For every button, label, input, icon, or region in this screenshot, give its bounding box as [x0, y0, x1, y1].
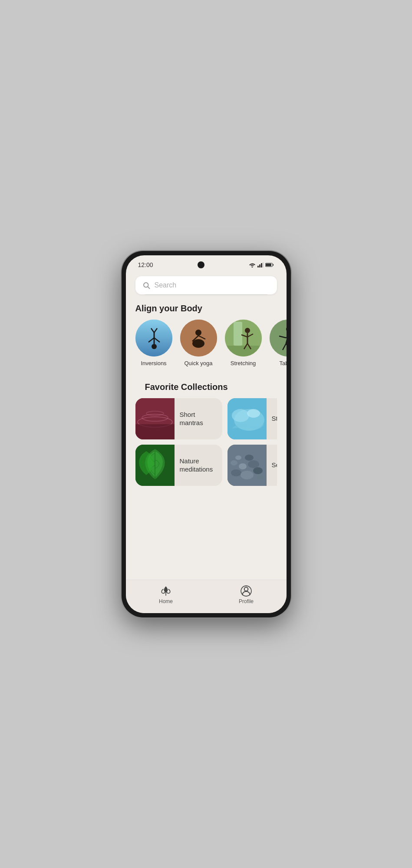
status-bar: 12:00	[126, 255, 287, 272]
self-thumb-art	[227, 445, 267, 486]
battery-icon	[265, 262, 274, 267]
svg-point-55	[257, 475, 264, 480]
nav-label-home: Home	[159, 598, 173, 604]
svg-rect-16	[180, 320, 217, 356]
home-icon	[160, 585, 171, 597]
svg-rect-2	[261, 263, 262, 267]
body-circle-quick-yoga	[180, 320, 217, 356]
status-icons	[249, 262, 274, 267]
body-item-tabata[interactable]: Tabata	[270, 320, 287, 366]
body-label-stretching: Stretching	[231, 360, 256, 366]
collection-thumb-stress	[227, 398, 267, 439]
search-icon	[142, 281, 150, 289]
svg-rect-23	[234, 322, 242, 346]
svg-point-17	[195, 330, 201, 336]
profile-icon	[241, 585, 252, 597]
search-underline	[145, 294, 267, 295]
svg-point-57	[235, 455, 241, 460]
collections-grid: Short mantras	[135, 398, 277, 486]
nav-label-profile: Profile	[239, 598, 254, 604]
body-label-tabata: Tabata	[279, 360, 286, 366]
body-label-inversions: Inversions	[141, 360, 166, 366]
body-circle-inversions	[135, 320, 172, 356]
collection-label-self: Self	[267, 461, 277, 469]
collections-right-column: Stre	[227, 398, 277, 486]
svg-rect-22	[225, 346, 262, 356]
body-circle-tabata	[270, 320, 287, 356]
svg-point-24	[245, 328, 250, 333]
svg-rect-3	[263, 262, 264, 267]
svg-rect-6	[273, 264, 274, 266]
nav-item-home[interactable]: Home	[126, 585, 206, 604]
collection-label-nature-meditations: Nature meditations	[175, 457, 222, 474]
svg-point-47	[247, 409, 260, 418]
collection-card-short-mantras[interactable]: Short mantras	[135, 398, 222, 439]
body-item-inversions[interactable]: Inversions	[135, 320, 172, 366]
nav-item-profile[interactable]: Profile	[206, 585, 287, 604]
svg-point-51	[253, 467, 263, 474]
align-body-title: Align your Body	[126, 304, 287, 320]
collection-thumb-self	[227, 445, 267, 486]
collections-left-column: Short mantras	[135, 398, 222, 486]
search-container: Search	[126, 272, 287, 304]
favorite-collections-title: Favorite Collections	[135, 382, 277, 398]
collection-label-stress: Stre	[267, 414, 277, 423]
favorite-collections-section: Favorite Collections	[126, 382, 287, 486]
svg-point-49	[231, 469, 241, 476]
quick-yoga-illustration	[180, 320, 217, 356]
body-label-quick-yoga: Quick yoga	[184, 360, 212, 366]
svg-rect-5	[266, 264, 271, 266]
align-body-section: Align your Body	[126, 304, 287, 370]
camera-notch	[198, 261, 204, 268]
collection-thumb-mantras	[135, 398, 175, 439]
phone-frame: 12:00	[122, 251, 291, 617]
svg-point-46	[232, 409, 249, 422]
svg-line-8	[148, 287, 149, 288]
collection-card-self[interactable]: Self	[227, 445, 277, 486]
svg-rect-30	[270, 320, 287, 356]
collection-card-stress[interactable]: Stre	[227, 398, 277, 439]
signal-icon	[257, 262, 264, 267]
svg-point-54	[231, 460, 237, 465]
svg-point-18	[192, 339, 204, 348]
main-content: Search Align your Body	[126, 272, 287, 580]
inversions-illustration	[135, 320, 172, 356]
stress-thumb-art	[227, 398, 267, 439]
svg-point-52	[239, 463, 247, 469]
search-placeholder: Search	[155, 281, 177, 289]
wifi-icon	[249, 262, 256, 267]
svg-point-53	[248, 460, 259, 468]
collection-card-nature-meditations[interactable]: Nature meditations	[135, 445, 222, 486]
svg-rect-41	[135, 424, 175, 439]
phone-screen: 12:00	[126, 255, 287, 613]
stretching-illustration	[225, 320, 262, 356]
body-item-quick-yoga[interactable]: Quick yoga	[180, 320, 217, 366]
svg-point-59	[244, 587, 248, 591]
svg-rect-0	[257, 266, 259, 267]
bottom-nav: Home Profile	[126, 580, 287, 613]
body-items-scroll[interactable]: Inversions	[126, 320, 287, 370]
nature-thumb-art	[135, 445, 175, 486]
svg-point-10	[152, 344, 157, 349]
collection-label-short-mantras: Short mantras	[175, 410, 222, 427]
mantras-thumb-art	[135, 398, 175, 439]
tabata-illustration	[270, 320, 287, 356]
svg-rect-1	[259, 264, 260, 267]
body-item-stretching[interactable]: Stretching	[225, 320, 262, 366]
svg-point-50	[241, 471, 254, 479]
collection-thumb-nature	[135, 445, 175, 486]
status-time: 12:00	[138, 261, 153, 268]
body-circle-stretching	[225, 320, 262, 356]
search-bar[interactable]: Search	[135, 276, 277, 294]
svg-point-56	[245, 455, 254, 461]
